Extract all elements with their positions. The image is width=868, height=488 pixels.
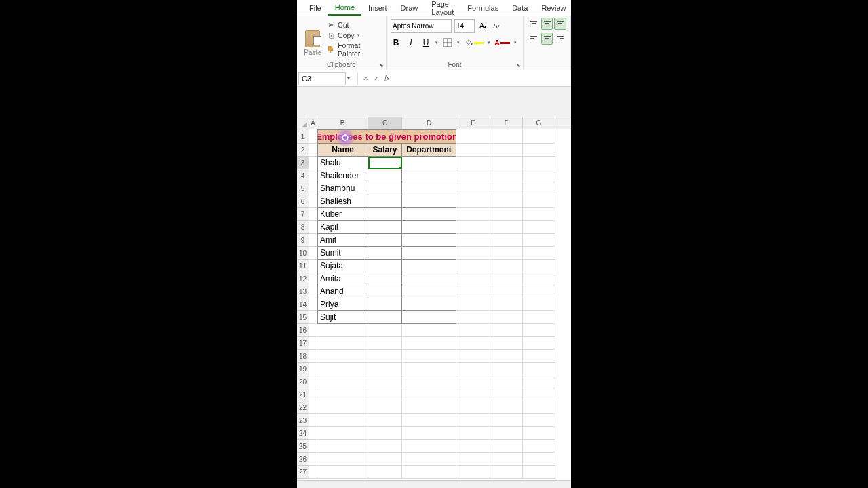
- cell-D18[interactable]: [402, 350, 456, 363]
- cell-F4[interactable]: [490, 169, 523, 182]
- fx-icon[interactable]: fx: [382, 75, 393, 82]
- cell-A13[interactable]: [309, 285, 317, 298]
- cell-C20[interactable]: [368, 375, 402, 388]
- cell-G6[interactable]: [523, 195, 555, 208]
- accept-formula-button[interactable]: ✓: [371, 75, 382, 82]
- cell-G16[interactable]: [523, 324, 555, 337]
- bottom-align-button[interactable]: [554, 18, 566, 30]
- cell-C18[interactable]: [368, 350, 402, 363]
- cell-C10[interactable]: [368, 247, 402, 260]
- cell-E10[interactable]: [456, 247, 490, 260]
- cell-A6[interactable]: [309, 195, 317, 208]
- cell-E22[interactable]: [456, 401, 490, 414]
- cell-D17[interactable]: [402, 337, 456, 350]
- cell-A2[interactable]: [309, 144, 317, 157]
- cell-A7[interactable]: [309, 208, 317, 221]
- cell-F9[interactable]: [490, 234, 523, 247]
- clipboard-launcher[interactable]: ⬊: [378, 62, 384, 68]
- cell-B1[interactable]: Employees to be given promotion: [317, 129, 456, 144]
- cell-B25[interactable]: [317, 440, 368, 453]
- cell-D22[interactable]: [402, 401, 456, 414]
- cell-A11[interactable]: [309, 260, 317, 272]
- row-header-7[interactable]: 7: [297, 208, 309, 221]
- menu-insert[interactable]: Insert: [361, 1, 394, 15]
- cell-E9[interactable]: [456, 234, 490, 247]
- cell-G3[interactable]: [523, 157, 555, 169]
- cancel-formula-button[interactable]: ✕: [360, 75, 371, 82]
- cell-E2[interactable]: [456, 144, 490, 157]
- cell-A1[interactable]: [309, 129, 317, 144]
- col-header-A[interactable]: A: [309, 117, 317, 129]
- chevron-down-icon[interactable]: ▾: [514, 40, 517, 45]
- formula-input[interactable]: [393, 70, 571, 86]
- cell-G25[interactable]: [523, 440, 555, 453]
- cell-G21[interactable]: [523, 388, 555, 401]
- cell-F3[interactable]: [490, 157, 523, 169]
- cell-F27[interactable]: [490, 466, 523, 479]
- cell-D16[interactable]: [402, 324, 456, 337]
- center-align-button[interactable]: [541, 33, 553, 45]
- cell-C4[interactable]: [368, 169, 402, 182]
- cell-G17[interactable]: [523, 337, 555, 350]
- cell-F6[interactable]: [490, 195, 523, 208]
- select-all-corner[interactable]: [297, 117, 309, 129]
- cell-A15[interactable]: [309, 311, 317, 324]
- cell-B27[interactable]: [317, 466, 368, 479]
- cell-E24[interactable]: [456, 427, 490, 440]
- cell-E12[interactable]: [456, 272, 490, 285]
- cell-E23[interactable]: [456, 414, 490, 427]
- cell-E6[interactable]: [456, 195, 490, 208]
- row-header-20[interactable]: 20: [297, 375, 309, 388]
- cell-B2[interactable]: Name: [317, 144, 368, 157]
- menu-data[interactable]: Data: [505, 1, 534, 15]
- cell-G19[interactable]: [523, 363, 555, 375]
- cell-B20[interactable]: [317, 375, 368, 388]
- cell-C25[interactable]: [368, 440, 402, 453]
- row-header-27[interactable]: 27: [297, 466, 309, 479]
- row-header-24[interactable]: 24: [297, 427, 309, 440]
- cell-F10[interactable]: [490, 247, 523, 260]
- paste-button[interactable]: Paste: [301, 19, 324, 67]
- cell-F24[interactable]: [490, 427, 523, 440]
- row-header-17[interactable]: 17: [297, 337, 309, 350]
- cell-C7[interactable]: [368, 208, 402, 221]
- cell-G27[interactable]: [523, 466, 555, 479]
- cell-B11[interactable]: Sujata: [317, 260, 368, 272]
- cell-G11[interactable]: [523, 260, 555, 272]
- row-header-13[interactable]: 13: [297, 285, 309, 298]
- middle-align-button[interactable]: [541, 18, 553, 30]
- cell-C5[interactable]: [368, 182, 402, 195]
- cell-E16[interactable]: [456, 324, 490, 337]
- cell-F18[interactable]: [490, 350, 523, 363]
- cell-D14[interactable]: [402, 298, 456, 311]
- cell-A24[interactable]: [309, 427, 317, 440]
- font-color-button[interactable]: A: [494, 39, 510, 47]
- cell-D9[interactable]: [402, 234, 456, 247]
- cell-G14[interactable]: [523, 298, 555, 311]
- cell-A26[interactable]: [309, 453, 317, 466]
- left-align-button[interactable]: [528, 33, 540, 45]
- cell-F16[interactable]: [490, 324, 523, 337]
- cell-G26[interactable]: [523, 453, 555, 466]
- cell-D6[interactable]: [402, 195, 456, 208]
- cell-A12[interactable]: [309, 272, 317, 285]
- cell-G22[interactable]: [523, 401, 555, 414]
- row-header-18[interactable]: 18: [297, 350, 309, 363]
- cell-D23[interactable]: [402, 414, 456, 427]
- cell-E1[interactable]: [456, 129, 490, 144]
- cell-E17[interactable]: [456, 337, 490, 350]
- cell-F21[interactable]: [490, 388, 523, 401]
- cell-B15[interactable]: Sujit: [317, 311, 368, 324]
- cell-D24[interactable]: [402, 427, 456, 440]
- row-header-1[interactable]: 1: [297, 129, 309, 144]
- cell-B14[interactable]: Priya: [317, 298, 368, 311]
- cell-C6[interactable]: [368, 195, 402, 208]
- cell-E8[interactable]: [456, 221, 490, 234]
- cell-B16[interactable]: [317, 324, 368, 337]
- cell-F20[interactable]: [490, 375, 523, 388]
- row-header-22[interactable]: 22: [297, 401, 309, 414]
- right-align-button[interactable]: [554, 33, 566, 45]
- cell-E19[interactable]: [456, 363, 490, 375]
- menu-formulas[interactable]: Formulas: [460, 1, 505, 15]
- row-header-15[interactable]: 15: [297, 311, 309, 324]
